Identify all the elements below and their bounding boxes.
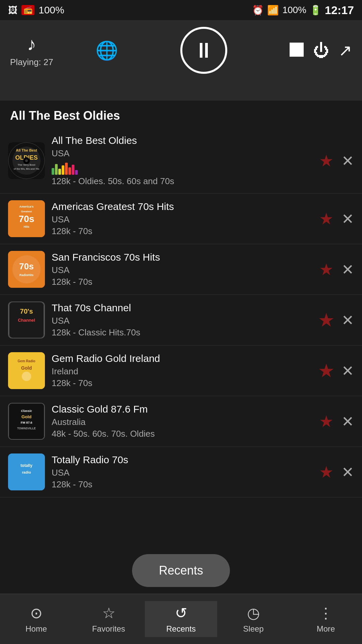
svg-text:70's: 70's xyxy=(20,308,33,315)
music-note-icon[interactable]: ♪ xyxy=(27,34,36,54)
home-icon: ⊙ xyxy=(30,604,43,622)
remove-button[interactable]: ✕ xyxy=(342,464,354,481)
playing-label: Playing: 27 xyxy=(10,57,53,67)
nav-item-recents[interactable]: ↺ Recents xyxy=(145,601,217,637)
station-item[interactable]: totally radio Totally Radio 70s USA 128k… xyxy=(0,447,362,497)
svg-text:Channel: Channel xyxy=(18,318,35,323)
station-logo: 70's Channel xyxy=(8,302,45,338)
station-country: Australia xyxy=(52,417,312,427)
favorite-button[interactable]: ★ xyxy=(319,412,334,431)
pause-button[interactable]: ⏸ xyxy=(180,27,227,74)
station-actions: ★ ✕ xyxy=(319,361,354,380)
image-icon: 🖼 xyxy=(8,5,17,16)
svg-text:America's: America's xyxy=(19,205,34,208)
favorite-button[interactable]: ★ xyxy=(319,463,334,481)
station-name: That 70s Channel xyxy=(52,302,312,314)
station-logo: 70s RadioHits xyxy=(8,251,45,288)
station-actions: ★ ✕ xyxy=(319,311,354,329)
favorite-button[interactable]: ★ xyxy=(319,151,334,170)
svg-text:totally: totally xyxy=(20,463,33,468)
share-button[interactable]: ↗ xyxy=(339,41,352,60)
station-country: USA xyxy=(52,265,312,275)
remove-button[interactable]: ✕ xyxy=(342,210,354,227)
svg-point-28 xyxy=(8,352,45,389)
nav-label-recents: Recents xyxy=(166,624,196,634)
station-item[interactable]: All The Best OLDIES The Very Best of the… xyxy=(0,128,362,194)
svg-rect-15 xyxy=(75,170,78,175)
history-icon: ↺ xyxy=(175,604,187,622)
radio-icon: 📻 xyxy=(21,5,35,15)
favorite-button[interactable]: ★ xyxy=(319,209,334,228)
station-name: San Franciscos 70s Hits xyxy=(52,252,312,263)
player-left-controls: ♪ Playing: 27 xyxy=(10,34,53,67)
stop-button[interactable] xyxy=(290,43,304,58)
station-item[interactable]: 70s RadioHits San Franciscos 70s Hits US… xyxy=(0,244,362,295)
clock-icon: ◷ xyxy=(247,604,260,622)
remove-button[interactable]: ✕ xyxy=(342,152,354,169)
svg-point-31 xyxy=(22,372,31,381)
remove-button[interactable]: ✕ xyxy=(342,362,354,379)
favorite-button[interactable]: ★ xyxy=(319,361,334,380)
globe-icon[interactable]: 🌐 xyxy=(96,40,118,61)
recents-toast-label: Recents xyxy=(159,564,203,577)
svg-text:70s: 70s xyxy=(19,214,35,224)
player-controls-row: ♪ Playing: 27 🌐 ⏸ ⏻ ↗ xyxy=(10,27,352,74)
station-name: All The Best Oldies xyxy=(52,135,312,146)
remove-button[interactable]: ✕ xyxy=(342,413,354,430)
station-info: Gem Radio Gold Ireland Ireland 128k - 70… xyxy=(45,353,319,388)
station-info: San Franciscos 70s Hits USA 128k - 70s xyxy=(45,252,319,287)
station-actions: ★ ✕ xyxy=(319,260,354,279)
station-info: Americas Greatest 70s Hits USA 128k - 70… xyxy=(45,201,319,236)
nav-item-more[interactable]: ⋮ More xyxy=(290,601,362,637)
favorite-button[interactable]: ★ xyxy=(319,311,334,329)
svg-rect-10 xyxy=(58,169,61,175)
svg-text:All The Best: All The Best xyxy=(16,148,37,152)
section-title-text: All The Best Oldies xyxy=(10,109,120,122)
bottom-nav: ⊙ Home ☆ Favorites ↺ Recents ◷ Sleep ⋮ M… xyxy=(0,594,362,644)
wifi-icon: 📶 xyxy=(267,5,279,16)
svg-rect-9 xyxy=(55,164,58,175)
equalizer-bars xyxy=(52,160,312,175)
station-actions: ★ ✕ xyxy=(319,151,354,170)
station-item[interactable]: Classic Gold FM 87.6 TOWNSVILLE Classic … xyxy=(0,396,362,447)
nav-item-sleep[interactable]: ◷ Sleep xyxy=(217,601,290,637)
nav-label-favorites: Favorites xyxy=(92,624,125,634)
status-left: 🖼 📻 100% xyxy=(8,4,64,16)
station-info: All The Best Oldies USA 128k - Oldies. 5… xyxy=(45,135,319,186)
station-item[interactable]: America's Greatest 70s Hits Americas Gre… xyxy=(0,194,362,244)
svg-text:radio: radio xyxy=(22,470,31,474)
svg-text:Gold: Gold xyxy=(21,414,32,419)
svg-rect-11 xyxy=(62,165,64,175)
nav-label-more: More xyxy=(317,624,335,634)
station-country: USA xyxy=(52,214,312,225)
signal-number: 100% xyxy=(39,4,64,16)
station-country: USA xyxy=(52,316,312,326)
svg-text:70s: 70s xyxy=(19,261,34,271)
svg-text:Greatest: Greatest xyxy=(21,210,32,213)
favorite-button[interactable]: ★ xyxy=(319,260,334,279)
station-bitrate: 128k - 70s xyxy=(52,226,312,236)
station-bitrate: 48k - 50s. 60s. 70s. Oldies xyxy=(52,429,312,439)
remove-button[interactable]: ✕ xyxy=(342,312,354,329)
svg-text:Classic: Classic xyxy=(21,409,32,413)
station-logo: Gem Radio Gold xyxy=(8,352,45,389)
nav-label-sleep: Sleep xyxy=(243,624,263,634)
station-item[interactable]: Gem Radio Gold Gem Radio Gold Ireland Ir… xyxy=(0,345,362,396)
pause-icon: ⏸ xyxy=(193,38,215,63)
station-item[interactable]: 70's Channel That 70s Channel USA 128k -… xyxy=(0,295,362,345)
remove-button[interactable]: ✕ xyxy=(342,261,354,278)
svg-text:Hits: Hits xyxy=(23,225,29,228)
station-actions: ★ ✕ xyxy=(319,463,354,481)
svg-point-7 xyxy=(25,159,28,162)
station-name: Totally Radio 70s xyxy=(52,454,312,466)
more-icon: ⋮ xyxy=(318,604,333,622)
player-header: ♪ Playing: 27 🌐 ⏸ ⏻ ↗ xyxy=(0,20,362,101)
power-button[interactable]: ⏻ xyxy=(313,41,329,60)
station-list: All The Best OLDIES The Very Best of the… xyxy=(0,128,362,497)
alarm-icon: ⏰ xyxy=(252,5,264,16)
svg-text:of the 50s, 60s and 70s: of the 50s, 60s and 70s xyxy=(14,168,39,170)
battery-icon: 🔋 xyxy=(310,5,321,16)
svg-text:Gold: Gold xyxy=(21,365,32,371)
nav-item-home[interactable]: ⊙ Home xyxy=(0,601,72,637)
nav-item-favorites[interactable]: ☆ Favorites xyxy=(72,601,145,637)
